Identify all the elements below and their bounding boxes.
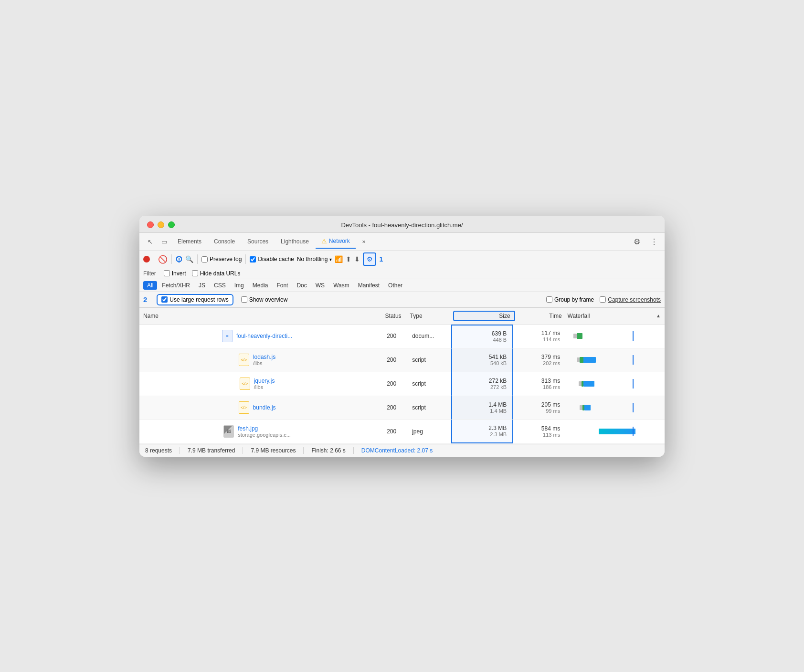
tab-console[interactable]: Console <box>208 235 241 248</box>
type-filter-bar: All Fetch/XHR JS CSS Img Media Font Doc … <box>139 279 665 292</box>
col-header-time[interactable]: Time <box>515 313 568 319</box>
disable-cache-checkbox[interactable]: Disable cache <box>250 256 294 262</box>
tab-elements[interactable]: Elements <box>172 235 207 248</box>
table-row[interactable]: ≡ foul-heavenly-directi... 200 docum... … <box>139 325 665 348</box>
tab-sources[interactable]: Sources <box>242 235 274 248</box>
col-header-status[interactable]: Status <box>377 313 410 319</box>
preserve-log-checkbox[interactable]: Preserve log <box>201 256 242 262</box>
download-icon[interactable]: ⬇ <box>354 255 360 263</box>
cell-time-0: 117 ms 114 ms <box>513 325 566 348</box>
record-button[interactable] <box>143 256 150 262</box>
cell-time-1: 379 ms 202 ms <box>513 348 566 372</box>
row-url-1: /libs <box>253 360 275 366</box>
cell-waterfall-2 <box>566 372 665 396</box>
cell-name-4: 🖼 fesh.jpg storage.googleapis.c... <box>139 420 375 443</box>
cell-waterfall-0 <box>566 325 665 348</box>
col-header-type[interactable]: Type <box>410 313 453 319</box>
type-wasm[interactable]: Wasm <box>329 281 353 290</box>
cell-type-0: docum... <box>408 325 451 348</box>
window-title: DevTools - foul-heavenly-direction.glitc… <box>341 221 463 229</box>
use-large-rows-checkbox[interactable]: Use large request rows <box>157 294 233 305</box>
clear-button[interactable]: 🚫 <box>158 255 168 264</box>
tab-network[interactable]: ⚠ Network <box>316 235 356 249</box>
row-url-2: /libs <box>254 384 275 390</box>
wf-timeline-line <box>633 427 634 436</box>
filter-button[interactable]: ⏼ <box>176 255 182 263</box>
cell-time-2: 313 ms 186 ms <box>513 372 566 396</box>
search-button[interactable]: 🔍 <box>185 255 193 263</box>
upload-icon[interactable]: ⬆ <box>346 255 351 263</box>
cell-name-0: ≡ foul-heavenly-directi... <box>139 325 375 348</box>
type-other[interactable]: Other <box>384 281 406 290</box>
annotation-2: 2 <box>143 295 147 304</box>
cell-name-3: </> bundle.js <box>139 396 375 420</box>
row-name-0: foul-heavenly-directi... <box>236 333 292 339</box>
cell-type-2: script <box>408 372 451 396</box>
type-manifest[interactable]: Manifest <box>354 281 383 290</box>
type-ws[interactable]: WS <box>312 281 328 290</box>
throttling-dropdown[interactable]: No throttling ▾ <box>297 256 332 262</box>
col-header-size[interactable]: Size <box>453 311 515 321</box>
network-toolbar: 🚫 ⏼ 🔍 Preserve log Disable cache No thro… <box>139 251 665 268</box>
type-img[interactable]: Img <box>231 281 248 290</box>
separator-3 <box>197 254 198 264</box>
show-overview-checkbox[interactable]: Show overview <box>241 296 288 303</box>
cell-size-4: 2.3 MB 2.3 MB <box>451 420 513 443</box>
type-css[interactable]: CSS <box>210 281 230 290</box>
chevron-down-icon: ▾ <box>329 257 332 262</box>
wf-recv-bar-green <box>580 357 583 363</box>
tab-list: ↖ ▭ Elements Console Sources Lighthouse … <box>143 235 630 249</box>
network-table: Name Status Type Size Time Waterfall ▲ ≡… <box>139 308 665 444</box>
cell-status-0: 200 <box>375 325 408 348</box>
type-all[interactable]: All <box>143 281 157 290</box>
cell-name-2: </> jquery.js /libs <box>139 372 375 396</box>
tab-more[interactable]: » <box>357 235 371 248</box>
settings-icon[interactable]: ⚙ <box>630 235 644 248</box>
minimize-button[interactable] <box>158 221 164 228</box>
status-requests: 8 requests <box>145 447 180 454</box>
img-icon: 🖼 <box>223 425 234 438</box>
type-font[interactable]: Font <box>273 281 292 290</box>
capture-screenshots-checkbox[interactable]: Capture screenshots <box>600 296 661 303</box>
cell-size-0: 639 B 448 B <box>451 325 513 348</box>
type-doc[interactable]: Doc <box>293 281 310 290</box>
network-settings-button[interactable]: ⚙ <box>363 252 376 266</box>
col-header-waterfall[interactable]: Waterfall ▲ <box>568 313 661 319</box>
hide-data-urls-checkbox[interactable]: Hide data URLs <box>192 270 241 277</box>
devtools-toolbar-icons: ⚙ ⋮ <box>630 235 661 248</box>
separator-2 <box>171 254 172 264</box>
type-js[interactable]: JS <box>195 281 209 290</box>
table-row[interactable]: </> lodash.js /libs 200 script 541 kB 54… <box>139 348 665 372</box>
wifi-icon: 📶 <box>335 255 343 263</box>
table-row[interactable]: 🖼 fesh.jpg storage.googleapis.c... 200 j… <box>139 420 665 444</box>
options-right: Group by frame Capture screenshots <box>546 296 661 303</box>
maximize-button[interactable] <box>168 221 175 228</box>
more-options-icon[interactable]: ⋮ <box>647 235 661 248</box>
separator-1 <box>154 254 154 264</box>
filter-checkboxes: Invert Hide data URLs <box>164 270 241 277</box>
invert-checkbox[interactable]: Invert <box>164 270 186 277</box>
type-fetch-xhr[interactable]: Fetch/XHR <box>158 281 194 290</box>
cell-waterfall-4 <box>566 420 665 443</box>
cursor-icon[interactable]: ↖ <box>143 235 157 248</box>
group-by-frame-checkbox[interactable]: Group by frame <box>546 296 594 303</box>
script-icon: </> <box>239 354 249 366</box>
row-name-1: lodash.js <box>253 354 275 360</box>
status-finish: Finish: 2.66 s <box>311 447 353 454</box>
wf-timeline-line <box>633 331 634 341</box>
cell-status-3: 200 <box>375 396 408 420</box>
wf-recv-blue <box>583 381 594 387</box>
cell-size-2: 272 kB 272 kB <box>451 372 513 396</box>
type-media[interactable]: Media <box>249 281 272 290</box>
row-name-3: bundle.js <box>253 404 276 411</box>
status-dom-loaded: DOMContentLoaded: 2.07 s <box>361 447 433 454</box>
tab-lighthouse[interactable]: Lighthouse <box>275 235 315 248</box>
table-row[interactable]: </> jquery.js /libs 200 script 272 kB 27… <box>139 372 665 396</box>
wf-timeline-line <box>633 355 634 365</box>
col-header-name[interactable]: Name <box>143 313 377 319</box>
row-url-4: storage.googleapis.c... <box>238 432 291 438</box>
wf-timeline-line <box>633 403 634 412</box>
close-button[interactable] <box>147 221 154 228</box>
table-row[interactable]: </> bundle.js 200 script 1.4 MB 1.4 MB 2… <box>139 396 665 420</box>
inspect-icon[interactable]: ▭ <box>158 235 171 248</box>
